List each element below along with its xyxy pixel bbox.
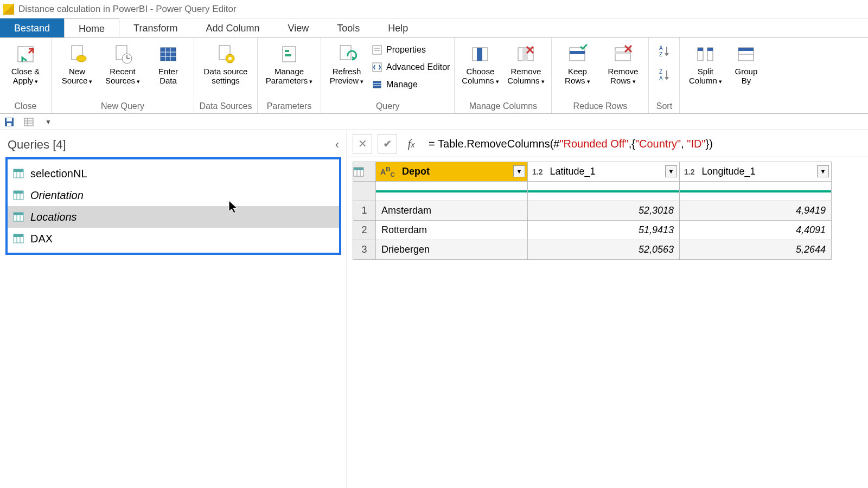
table-row[interactable]: 2 Rotterdam 51,9413 4,4091 xyxy=(353,221,832,240)
svg-text:Z: Z xyxy=(659,52,662,57)
tab-add-column[interactable]: Add Column xyxy=(192,18,273,37)
formula-accept-button[interactable]: ✔ xyxy=(378,134,397,153)
fx-icon[interactable]: fx xyxy=(403,137,420,151)
formula-cancel-button[interactable]: ✕ xyxy=(353,134,372,153)
formula-bar: ✕ ✔ fx = Table.RemoveColumns(#"Rounded O… xyxy=(347,130,868,157)
tab-transform[interactable]: Transform xyxy=(119,18,192,37)
remove-rows-button[interactable]: Remove Rows xyxy=(602,40,644,85)
queries-pane: Queries [4] ‹ selectionNL Orientation Lo… xyxy=(0,130,347,488)
properties-icon xyxy=(371,44,383,56)
choose-columns-button[interactable]: Choose Columns xyxy=(459,40,501,85)
keep-rows-button[interactable]: Keep Rows xyxy=(556,40,598,85)
properties-button[interactable]: Properties xyxy=(371,42,450,57)
tab-bestand[interactable]: Bestand xyxy=(0,18,64,37)
query-item-locations[interactable]: Locations xyxy=(8,206,339,228)
sort-desc-button[interactable]: ZA xyxy=(653,64,675,86)
refresh-preview-button[interactable]: Refresh Preview xyxy=(326,40,368,85)
tab-view[interactable]: View xyxy=(273,18,323,37)
ribbon-group-close: Close & Apply Close xyxy=(0,38,52,113)
qat-dropdown-icon[interactable]: ▼ xyxy=(42,116,54,128)
group-by-button[interactable]: Group By xyxy=(730,40,762,85)
advanced-editor-icon xyxy=(371,61,383,73)
sort-asc-icon: AZ xyxy=(658,45,670,57)
svg-rect-37 xyxy=(615,51,630,54)
query-item-selectionnl[interactable]: selectionNL xyxy=(8,163,339,184)
svg-rect-29 xyxy=(477,48,482,61)
manage-parameters-icon xyxy=(278,43,300,65)
svg-rect-8 xyxy=(161,48,176,61)
column-header-longitude[interactable]: 1.2 Longitude_1 ▼ xyxy=(680,162,832,182)
formula-input[interactable]: = Table.RemoveColumns(#"Rounded Off",{"C… xyxy=(425,135,863,152)
manage-button[interactable]: Manage xyxy=(371,77,450,92)
svg-rect-18 xyxy=(285,54,291,56)
queries-list: selectionNL Orientation Locations DAX xyxy=(5,157,341,255)
new-source-button[interactable]: New Source xyxy=(56,40,98,85)
recent-sources-icon xyxy=(112,43,133,65)
ribbon-tabs: Bestand Home Transform Add Column View T… xyxy=(0,18,868,38)
data-source-settings-button[interactable]: Data source settings xyxy=(199,40,253,85)
tab-home[interactable]: Home xyxy=(64,18,119,37)
new-source-icon xyxy=(66,43,88,65)
manage-parameters-button[interactable]: Manage Parameters xyxy=(262,40,316,85)
ribbon-group-query: Refresh Preview Properties Advanced Edit… xyxy=(321,38,455,113)
tab-help[interactable]: Help xyxy=(374,18,422,37)
svg-rect-56 xyxy=(7,118,12,121)
svg-rect-35 xyxy=(570,51,585,54)
table-row[interactable]: 3 Driebergen 52,0563 5,2644 xyxy=(353,240,832,260)
column-header-latitude[interactable]: 1.2 Latitude_1 ▼ xyxy=(528,162,680,182)
ribbon-group-sort: AZ ZA Sort xyxy=(649,38,680,113)
keep-rows-icon xyxy=(566,43,588,65)
svg-rect-31 xyxy=(522,48,528,61)
table-corner-button[interactable] xyxy=(353,162,376,182)
svg-text:A: A xyxy=(659,75,663,81)
enter-data-button[interactable]: Enter Data xyxy=(147,40,189,85)
svg-text:A: A xyxy=(659,45,663,51)
svg-rect-75 xyxy=(14,234,23,237)
recent-sources-button[interactable]: Recent Sources xyxy=(101,40,144,85)
tab-tools[interactable]: Tools xyxy=(323,18,374,37)
svg-rect-67 xyxy=(14,191,23,194)
queries-header-label: Queries [4] xyxy=(8,138,66,152)
enter-data-icon xyxy=(157,43,179,65)
data-content: ✕ ✔ fx = Table.RemoveColumns(#"Rounded O… xyxy=(347,130,868,488)
svg-rect-58 xyxy=(24,118,33,126)
table-row[interactable]: 1 Amsterdam 52,3018 4,9419 xyxy=(353,201,832,221)
svg-text:Z: Z xyxy=(659,69,662,75)
remove-rows-icon xyxy=(612,43,634,65)
svg-rect-63 xyxy=(14,169,23,172)
split-column-icon xyxy=(694,43,716,65)
save-icon[interactable] xyxy=(3,116,15,128)
choose-columns-icon xyxy=(469,43,491,65)
ribbon-group-manage-columns: Choose Columns Remove Columns Manage Col… xyxy=(455,38,552,113)
ribbon: Close & Apply Close New Source Recent So… xyxy=(0,38,868,114)
type-decimal-icon: 1.2 xyxy=(532,168,542,176)
ribbon-group-transform: Split Column Group By xyxy=(680,38,767,113)
sort-asc-button[interactable]: AZ xyxy=(653,40,675,62)
column-filter-dropdown[interactable]: ▼ xyxy=(817,165,829,177)
data-source-settings-icon xyxy=(215,43,237,65)
column-filter-dropdown[interactable]: ▼ xyxy=(513,165,525,177)
type-text-icon: ABC xyxy=(380,168,395,176)
column-filter-dropdown[interactable]: ▼ xyxy=(665,165,677,177)
svg-marker-78 xyxy=(229,201,237,213)
remove-columns-button[interactable]: Remove Columns xyxy=(505,40,547,85)
svg-rect-17 xyxy=(285,50,289,52)
svg-rect-80 xyxy=(354,168,363,170)
split-column-button[interactable]: Split Column xyxy=(684,40,726,85)
query-item-orientation[interactable]: Orientation xyxy=(8,184,339,206)
query-item-dax[interactable]: DAX xyxy=(8,228,339,249)
ribbon-group-parameters: Manage Parameters Parameters xyxy=(258,38,321,113)
collapse-pane-icon[interactable]: ‹ xyxy=(335,138,339,152)
column-quality-bar xyxy=(680,190,831,192)
ribbon-group-new-query: New Source Recent Sources Enter Data New… xyxy=(52,38,194,113)
close-apply-button[interactable]: Close & Apply xyxy=(4,40,47,85)
svg-marker-47 xyxy=(665,77,669,80)
advanced-editor-button[interactable]: Advanced Editor xyxy=(371,60,450,75)
table-icon xyxy=(13,212,24,222)
manage-icon xyxy=(371,79,383,91)
table-view-icon[interactable] xyxy=(23,116,35,128)
title-bar: Distance calculation in PowerBI - Power … xyxy=(0,0,868,18)
remove-columns-icon xyxy=(515,43,537,65)
mouse-cursor-icon xyxy=(228,200,239,214)
column-header-depot[interactable]: ABC Depot ▼ xyxy=(376,162,528,182)
